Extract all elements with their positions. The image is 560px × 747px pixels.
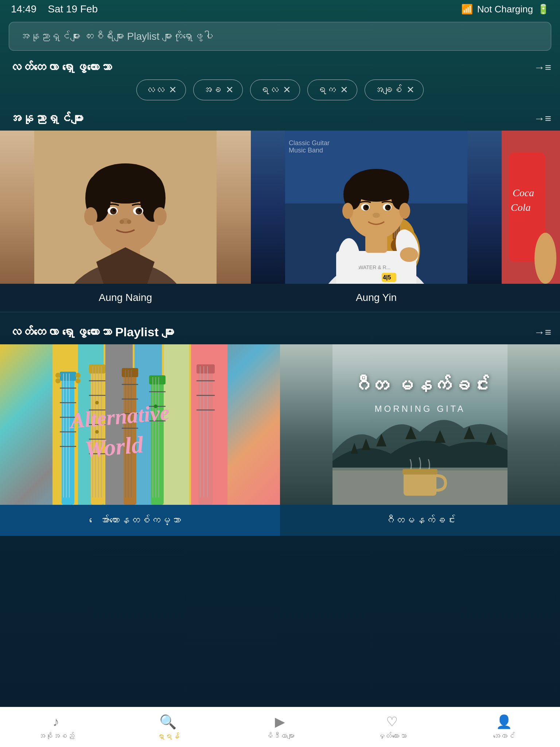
- nav-item-favorites[interactable]: ♡ မှတ်ထားသော: [336, 714, 448, 740]
- third-artist-image: Coca Cola: [502, 131, 560, 284]
- svg-rect-128: [402, 469, 438, 475]
- artist-card-aung-yin[interactable]: Classic Guitar Music Band: [251, 131, 502, 311]
- nav-item-music[interactable]: ♪ အစိုအစည်: [0, 714, 112, 740]
- svg-point-58: [534, 233, 556, 284]
- filter-chip-4[interactable]: ရက ✕: [307, 80, 357, 100]
- filter-chips-container: လလ ✕ အခ ✕ ရလ ✕ ရက ✕ အချစ် ✕: [0, 80, 560, 108]
- svg-point-91: [95, 401, 99, 405]
- playlist-grid: Alternative World အော်တားနေတစ်ကမ္ဘာ: [0, 344, 560, 536]
- filter-chip-1[interactable]: လလ ✕: [136, 80, 186, 100]
- youtube-icon: ▶: [275, 714, 285, 729]
- artists-title: အနုညာရှင်များ: [9, 111, 83, 125]
- status-right: 📶 Not Charging 🔋: [461, 4, 549, 15]
- svg-rect-111: [198, 366, 213, 505]
- svg-point-50: [342, 203, 353, 219]
- filter-chip-2[interactable]: အခ ✕: [193, 80, 243, 100]
- svg-point-76: [55, 378, 61, 383]
- chip-5-label: အချစ်: [374, 84, 402, 96]
- heart-icon: ♡: [386, 714, 398, 729]
- artists-see-all[interactable]: →≡: [534, 112, 551, 125]
- search-bar-wrapper: အနုညာရှင်များ တေးစီရီးများ Playlist များ…: [0, 18, 560, 57]
- svg-rect-94: [122, 368, 138, 377]
- svg-text:Music Band: Music Band: [289, 147, 323, 154]
- svg-text:Classic Guitar: Classic Guitar: [289, 139, 330, 147]
- status-time-date: 14:49 Sat 19 Feb: [11, 3, 98, 15]
- bottom-navigation: ♪ အစိုအစည် 🔍 ရှာရန် ▶ မိဒီယာများ ♡ မှတ်ထ…: [0, 707, 560, 747]
- selected-artists-header: လတ်တလော ရှာဖွေထားသော →≡: [0, 57, 560, 80]
- svg-point-49: [373, 213, 380, 218]
- aung-yin-name-bar: Aung Yin: [251, 284, 502, 311]
- svg-text:4|5: 4|5: [383, 274, 391, 280]
- date: Sat 19 Feb: [48, 3, 98, 15]
- status-bar: 14:49 Sat 19 Feb 📶 Not Charging 🔋: [0, 0, 560, 18]
- filter-chip-3[interactable]: ရလ ✕: [250, 80, 300, 100]
- alt-world-title-bar: အော်တားနေတစ်ကမ္ဘာ: [0, 505, 280, 536]
- alt-world-image: Alternative World: [0, 344, 280, 505]
- svg-text:World: World: [83, 431, 145, 462]
- chip-4-label: ရက: [316, 84, 336, 96]
- morning-gita-title-bar: ဂီတမနက်ခင်း: [280, 505, 560, 536]
- svg-point-14: [139, 209, 141, 212]
- artist-card-aung-naing[interactable]: Aung Naing: [0, 131, 251, 311]
- svg-point-78: [75, 378, 81, 383]
- chip-2-label: အခ: [202, 84, 221, 96]
- svg-point-48: [388, 206, 390, 208]
- svg-point-13: [113, 209, 115, 212]
- nav-item-search[interactable]: 🔍 ရှာရန်: [112, 714, 224, 740]
- artists-grid: Aung Naing Classic Guitar Music Band: [0, 131, 560, 311]
- chip-4-remove[interactable]: ✕: [340, 84, 348, 96]
- svg-point-37: [400, 247, 418, 262]
- playlist-see-all[interactable]: →≡: [534, 326, 551, 338]
- battery-icon: 🔋: [537, 4, 549, 15]
- playlist-card-morning-gita[interactable]: ဂီတ မနက်ခင်း MORNING GITA: [280, 344, 560, 536]
- artist-card-third[interactable]: Coca Cola: [502, 131, 560, 311]
- playlist-header: လတ်တလော ရှာဖွေထားသော Playlist များ →≡: [0, 321, 560, 344]
- aung-naing-name-bar: Aung Naing: [0, 284, 251, 311]
- person-icon: 👤: [496, 714, 512, 729]
- aung-naing-image: [0, 131, 251, 284]
- morning-gita-image-area: ဂီတ မနက်ခင်း MORNING GITA: [280, 344, 560, 505]
- nav-media-label: မိဒီယာများ: [265, 732, 295, 740]
- svg-point-16: [120, 220, 124, 224]
- third-artist-name-bar: [502, 284, 560, 311]
- svg-text:Cola: Cola: [511, 202, 530, 213]
- svg-text:MORNING GITA: MORNING GITA: [375, 404, 466, 414]
- wifi-icon: 📶: [461, 4, 473, 15]
- alt-world-bg: Alternative World: [0, 344, 280, 505]
- chip-5-remove[interactable]: ✕: [407, 84, 415, 96]
- nav-favorites-label: မှတ်ထားသော: [377, 732, 407, 740]
- chip-1-label: လလ: [145, 84, 164, 96]
- aung-yin-name: Aung Yin: [356, 292, 397, 303]
- chip-2-remove[interactable]: ✕: [226, 84, 234, 96]
- nav-item-account[interactable]: 👤 အကောင်: [448, 714, 560, 740]
- chip-1-remove[interactable]: ✕: [169, 84, 177, 96]
- nav-item-media[interactable]: ▶ မိဒီယာများ: [224, 714, 336, 740]
- nav-music-label: အစိုအစည်: [38, 732, 74, 740]
- svg-point-35: [338, 238, 360, 278]
- nav-account-label: အကောင်: [493, 732, 515, 740]
- selected-artists-title: လတ်တလော ရှာဖွေထားသော: [9, 60, 112, 74]
- filter-chip-5[interactable]: အချစ် ✕: [365, 80, 424, 100]
- battery-status: Not Charging: [477, 4, 533, 15]
- svg-rect-112: [197, 364, 215, 374]
- playlist-section: လတ်တလော ရှာဖွေထားသော Playlist များ →≡: [0, 313, 560, 536]
- selected-artists-see-all[interactable]: →≡: [534, 61, 551, 74]
- svg-rect-80: [89, 364, 105, 374]
- svg-point-8: [93, 167, 158, 204]
- svg-text:Coca: Coca: [513, 187, 534, 198]
- playlist-title: လတ်တလော ရှာဖွေထားသော Playlist များ: [9, 325, 174, 339]
- playlist-card-alt-world[interactable]: Alternative World အော်တားနေတစ်ကမ္ဘာ: [0, 344, 280, 536]
- svg-text:ဂီတ မနက်ခင်း: ဂီတ မနက်ခင်း: [351, 374, 489, 396]
- chip-3-remove[interactable]: ✕: [283, 84, 291, 96]
- music-note-icon: ♪: [53, 714, 59, 729]
- morning-gita-bg: ဂီတ မနက်ခင်း MORNING GITA: [280, 344, 560, 505]
- aung-naing-name: Aung Naing: [99, 292, 152, 303]
- svg-point-17: [127, 220, 131, 224]
- artists-header: အနုညာရှင်များ →≡: [0, 108, 560, 131]
- alt-world-title: အော်တားနေတစ်ကမ္ဘာ: [99, 515, 181, 526]
- svg-point-19: [153, 207, 167, 225]
- third-artist-name: [529, 292, 532, 303]
- svg-point-18: [84, 207, 97, 225]
- svg-point-75: [55, 373, 61, 378]
- search-input[interactable]: အနုညာရှင်များ တေးစီရီးများ Playlist များ…: [9, 22, 551, 51]
